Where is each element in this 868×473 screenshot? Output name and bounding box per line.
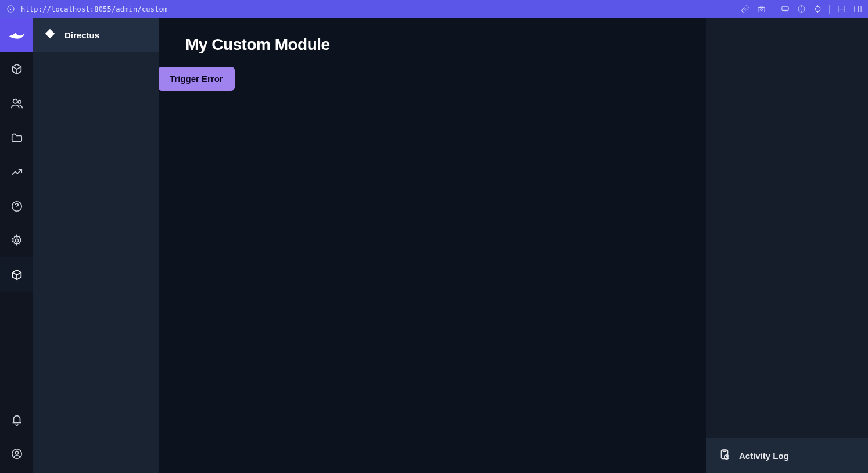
svg-rect-3: [758, 7, 764, 12]
trigger-error-button[interactable]: Trigger Error: [159, 67, 235, 91]
clipboard-clock-icon: [718, 448, 731, 463]
main-content: My Custom Module Trigger Error: [159, 18, 706, 473]
sidebar-title: Directus: [64, 30, 99, 40]
rail-users-icon[interactable]: [0, 86, 33, 120]
diamond-icon: [44, 27, 56, 42]
rail-custom-module-icon[interactable]: [0, 257, 33, 292]
crosshair-icon[interactable]: [813, 5, 822, 14]
panel-bottom-icon[interactable]: [837, 5, 846, 14]
sidebar-header: Directus: [33, 18, 159, 52]
top-toolbar: http://localhost:8055/admin/custom: [0, 0, 868, 18]
camera-icon[interactable]: [756, 5, 766, 14]
svg-point-18: [13, 99, 17, 103]
svg-point-19: [17, 100, 21, 103]
svg-rect-15: [854, 6, 860, 12]
link-icon[interactable]: [740, 5, 749, 14]
rail-insights-icon[interactable]: [0, 155, 33, 189]
svg-point-8: [815, 6, 820, 12]
page-title: My Custom Module: [185, 35, 680, 54]
separator: [829, 5, 830, 14]
separator: [773, 5, 773, 14]
globe-icon[interactable]: [797, 5, 806, 14]
svg-rect-13: [838, 6, 844, 12]
panel-right-icon[interactable]: [853, 5, 862, 14]
activity-log-label: Activity Log: [739, 451, 789, 461]
rail-account-icon[interactable]: [0, 436, 33, 471]
svg-point-25: [15, 451, 19, 454]
right-panel: Activity Log: [706, 18, 868, 473]
monitor-icon[interactable]: [780, 5, 790, 14]
rail-docs-icon[interactable]: [0, 189, 33, 223]
activity-log-toggle[interactable]: Activity Log: [706, 438, 868, 473]
secondary-sidebar: Directus: [33, 18, 159, 473]
rail-settings-icon[interactable]: [0, 223, 33, 257]
svg-point-22: [15, 239, 19, 242]
brand-logo[interactable]: [0, 18, 33, 52]
rail-files-icon[interactable]: [0, 120, 33, 155]
rail-content-icon[interactable]: [0, 52, 33, 86]
svg-point-4: [760, 8, 762, 10]
rail-notifications-icon[interactable]: [0, 402, 33, 436]
info-icon[interactable]: [6, 5, 15, 14]
module-rail: [0, 18, 33, 473]
url-display: http://localhost:8055/admin/custom: [21, 5, 167, 13]
